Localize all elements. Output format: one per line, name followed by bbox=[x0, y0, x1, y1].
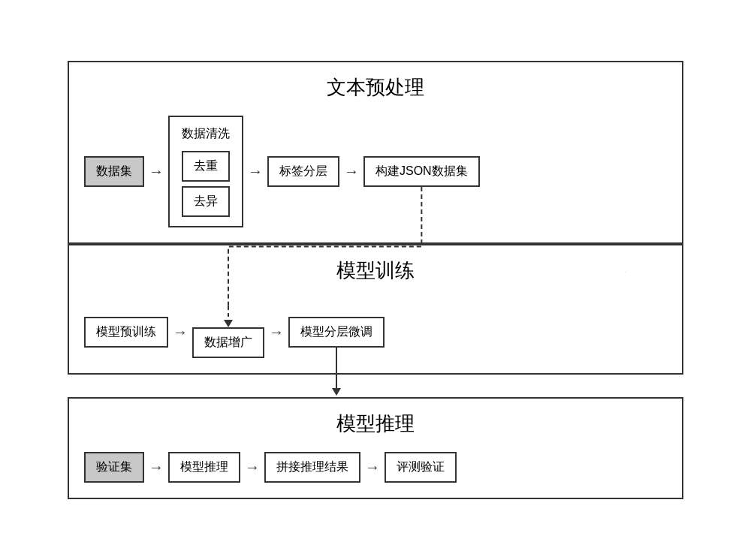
section2-title: 模型训练 bbox=[84, 257, 667, 284]
section3-content: 验证集 → 模型推理 → 拼接推理结果 → 评测验证 bbox=[84, 452, 667, 483]
node-pretrain: 模型预训练 bbox=[84, 317, 168, 348]
section-model-inference: 模型推理 验证集 → 模型推理 → 拼接推理结果 → 评测验证 bbox=[68, 397, 683, 499]
arrow-right-6: → bbox=[149, 459, 164, 476]
cleaning-title: 数据清洗 bbox=[182, 126, 230, 142]
diagram-container: 文本预处理 数据集 → 数据清洗 去重 去异 → 标签分层 → 构建JSON数据… bbox=[68, 61, 683, 499]
dashed-down-svg bbox=[221, 306, 236, 327]
svg-marker-3 bbox=[224, 320, 233, 327]
node-denoisy: 去异 bbox=[182, 186, 230, 217]
section1-title: 文本预处理 bbox=[84, 74, 667, 101]
arrow-right-3: → bbox=[344, 163, 359, 180]
node-finetune: 模型分层微调 bbox=[288, 317, 385, 348]
arrow-right-8: → bbox=[365, 459, 380, 476]
node-augment: 数据增广 bbox=[192, 327, 264, 358]
pretrain-group: 模型预训练 → bbox=[84, 317, 192, 348]
arrow-right-7: → bbox=[245, 459, 260, 476]
section2-to-3-arrow bbox=[68, 375, 683, 397]
arrow-right-4: → bbox=[173, 324, 188, 341]
section-model-training: 模型训练 模型预训练 → bbox=[68, 244, 683, 375]
node-evaluate: 评测验证 bbox=[385, 452, 457, 483]
cleaning-box: 数据清洗 去重 去异 bbox=[168, 116, 243, 227]
arrow-right-1: → bbox=[149, 163, 164, 180]
section2-flow: 模型预训练 → 数据增广 → 模型分层微调 bbox=[84, 306, 385, 358]
dashed-down-arrow bbox=[221, 306, 236, 327]
node-tag-layer: 标签分层 bbox=[267, 156, 339, 187]
section3-flow: 验证集 → 模型推理 → 拼接推理结果 → 评测验证 bbox=[84, 452, 457, 483]
node-build-json: 构建JSON数据集 bbox=[363, 156, 480, 187]
arrow-right-2: → bbox=[248, 163, 263, 180]
section1-content: 数据集 → 数据清洗 去重 去异 → 标签分层 → 构建JSON数据集 bbox=[84, 116, 667, 227]
section-text-preprocessing: 文本预处理 数据集 → 数据清洗 去重 去异 → 标签分层 → 构建JSON数据… bbox=[68, 61, 683, 244]
section3-title: 模型推理 bbox=[84, 411, 667, 437]
node-concat: 拼接推理结果 bbox=[264, 452, 360, 483]
node-dataset: 数据集 bbox=[84, 156, 144, 187]
cleaning-inner: 去重 去异 bbox=[182, 151, 230, 217]
node-valset: 验证集 bbox=[84, 452, 144, 483]
augment-group: 数据增广 bbox=[192, 306, 264, 358]
node-dedup: 去重 bbox=[182, 151, 230, 182]
node-infer: 模型推理 bbox=[168, 452, 240, 483]
arrow-right-5: → bbox=[269, 324, 284, 341]
section2-content: 模型预训练 → 数据增广 → 模型分层微调 bbox=[84, 299, 667, 358]
